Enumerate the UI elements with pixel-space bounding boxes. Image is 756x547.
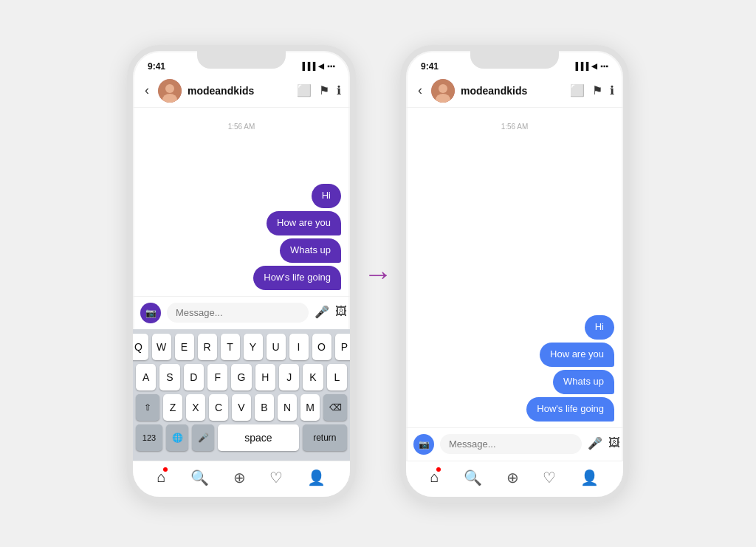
plus-button-left[interactable]: +	[353, 305, 356, 321]
key-v[interactable]: V	[232, 394, 251, 421]
key-row-3: ⇧ Z X C V B N M ⌫	[136, 394, 347, 421]
chat-area-right: 1:56 AM Hi How are you Whats up How's li…	[406, 108, 623, 427]
nav-action-icons-left: ⬜ ⚑ ℹ	[297, 83, 341, 97]
bubble-how-are-you-right: How are you	[540, 343, 614, 367]
input-bar-left: 📷 🎤 🖼 +	[133, 296, 350, 329]
key-w[interactable]: W	[152, 334, 171, 360]
space-key[interactable]: space	[218, 424, 299, 451]
heart-icon-left[interactable]: ♡	[269, 469, 283, 486]
info-icon-right[interactable]: ℹ	[610, 83, 614, 97]
key-u[interactable]: U	[267, 334, 286, 360]
key-m[interactable]: M	[300, 394, 320, 421]
nav-action-icons-right: ⬜ ⚑ ℹ	[570, 83, 614, 97]
key-z[interactable]: Z	[163, 394, 182, 421]
phone-notch-right	[470, 51, 559, 69]
home-icon-right[interactable]: ⌂	[430, 469, 439, 486]
mic-button-right[interactable]: 🎤	[588, 436, 602, 453]
arrow-container: →	[356, 259, 400, 289]
key-a[interactable]: A	[136, 364, 156, 391]
delete-key[interactable]: ⌫	[323, 394, 347, 421]
video-icon-right[interactable]: ⬜	[570, 83, 585, 97]
bubble-hi-right: Hi	[585, 315, 614, 340]
home-icon-left[interactable]: ⌂	[157, 469, 165, 486]
bubble-hows-life-right: How's life going	[526, 397, 614, 422]
messages-right: Hi How are you Whats up How's life going	[415, 315, 614, 422]
home-dot-right	[436, 467, 441, 472]
messages-left: Hi How are you Whats up How's life going	[142, 184, 341, 290]
flag-icon-left[interactable]: ⚑	[319, 83, 329, 97]
chat-area-left: 1:56 AM Hi How are you Whats up How's li…	[133, 108, 350, 296]
input-actions-left: 🎤 🖼 +	[315, 305, 356, 321]
message-input-right[interactable]	[440, 434, 582, 454]
key-row-2: A S D F G H J K L	[136, 364, 347, 391]
input-bar-right: 📷 🎤 🖼 +	[406, 427, 623, 461]
num-key[interactable]: 123	[136, 424, 162, 451]
flag-icon-right[interactable]: ⚑	[592, 83, 602, 97]
key-h[interactable]: H	[255, 364, 275, 391]
keyboard-left: Q W E R T Y U I O P A S D F G H J K L ⇧ …	[133, 329, 350, 461]
mic-button-left[interactable]: 🎤	[315, 305, 329, 321]
key-c[interactable]: C	[209, 394, 228, 421]
key-i[interactable]: I	[289, 334, 309, 360]
key-row-4: 123 🌐 🎤 space return	[136, 424, 347, 451]
input-actions-right: 🎤 🖼 +	[588, 436, 629, 453]
nav-bar-left: ‹ modeandkids ⬜ ⚑ ℹ	[133, 75, 350, 108]
key-o[interactable]: O	[312, 334, 331, 360]
search-icon-left[interactable]: 🔍	[190, 469, 209, 486]
key-g[interactable]: G	[231, 364, 251, 391]
signal-icon: ▐▐▐	[300, 62, 315, 70]
key-d[interactable]: D	[184, 364, 204, 391]
gallery-button-left[interactable]: 🖼	[335, 305, 347, 321]
key-n[interactable]: N	[278, 394, 297, 421]
key-row-1: Q W E R T Y U I O P	[136, 334, 347, 360]
add-icon-left[interactable]: ⊕	[233, 469, 246, 486]
key-e[interactable]: E	[175, 334, 194, 360]
bottom-nav-right: ⌂ 🔍 ⊕ ♡ 👤	[406, 461, 623, 497]
profile-icon-right[interactable]: 👤	[580, 469, 599, 486]
wifi-icon: ◀	[318, 62, 324, 70]
message-input-left[interactable]	[167, 303, 309, 323]
key-s[interactable]: S	[159, 364, 179, 391]
key-y[interactable]: Y	[244, 334, 263, 360]
phone-right: 9:41 ▐▐▐ ◀ ▪▪▪ ‹ modeandkids ⬜ ⚑ ℹ 1:56 …	[400, 45, 629, 503]
phone-notch-left	[197, 51, 286, 69]
status-time-right: 9:41	[421, 61, 439, 72]
wifi-icon-right: ◀	[591, 62, 597, 70]
key-l[interactable]: L	[327, 364, 347, 391]
gallery-button-right[interactable]: 🖼	[608, 436, 620, 453]
arrow-icon: →	[363, 259, 393, 289]
key-r[interactable]: R	[198, 334, 217, 360]
home-dot-left	[163, 467, 168, 472]
back-button-left[interactable]: ‹	[142, 81, 152, 100]
status-icons-left: ▐▐▐ ◀ ▪▪▪	[300, 62, 335, 70]
heart-icon-right[interactable]: ♡	[543, 469, 556, 486]
bubble-whats-up-right: Whats up	[553, 370, 614, 394]
plus-button-right[interactable]: +	[626, 436, 629, 453]
back-button-right[interactable]: ‹	[415, 81, 425, 100]
key-p[interactable]: P	[335, 334, 354, 360]
camera-button-left[interactable]: 📷	[140, 303, 161, 323]
profile-icon-left[interactable]: 👤	[307, 469, 326, 486]
status-time-left: 9:41	[148, 61, 165, 72]
key-f[interactable]: F	[207, 364, 227, 391]
key-x[interactable]: X	[186, 394, 205, 421]
shift-key[interactable]: ⇧	[136, 394, 159, 421]
avatar-left	[158, 79, 182, 103]
info-icon-left[interactable]: ℹ	[337, 83, 341, 97]
video-icon-left[interactable]: ⬜	[297, 83, 312, 97]
globe-key[interactable]: 🌐	[166, 424, 188, 451]
search-icon-right[interactable]: 🔍	[464, 469, 482, 486]
return-key[interactable]: return	[303, 424, 347, 451]
camera-button-right[interactable]: 📷	[413, 434, 434, 455]
add-icon-right[interactable]: ⊕	[506, 469, 519, 486]
key-t[interactable]: T	[221, 334, 240, 360]
mic-key[interactable]: 🎤	[192, 424, 214, 451]
key-q[interactable]: Q	[129, 334, 148, 360]
bubble-whats-up-left: Whats up	[280, 238, 341, 263]
key-j[interactable]: J	[279, 364, 299, 391]
phone-left: 9:41 ▐▐▐ ◀ ▪▪▪ ‹ modeandkids ⬜ ⚑ ℹ 1:56 …	[127, 45, 356, 503]
key-k[interactable]: K	[303, 364, 323, 391]
key-b[interactable]: B	[255, 394, 274, 421]
timestamp-left: 1:56 AM	[142, 123, 341, 131]
nav-bar-right: ‹ modeandkids ⬜ ⚑ ℹ	[406, 75, 623, 108]
